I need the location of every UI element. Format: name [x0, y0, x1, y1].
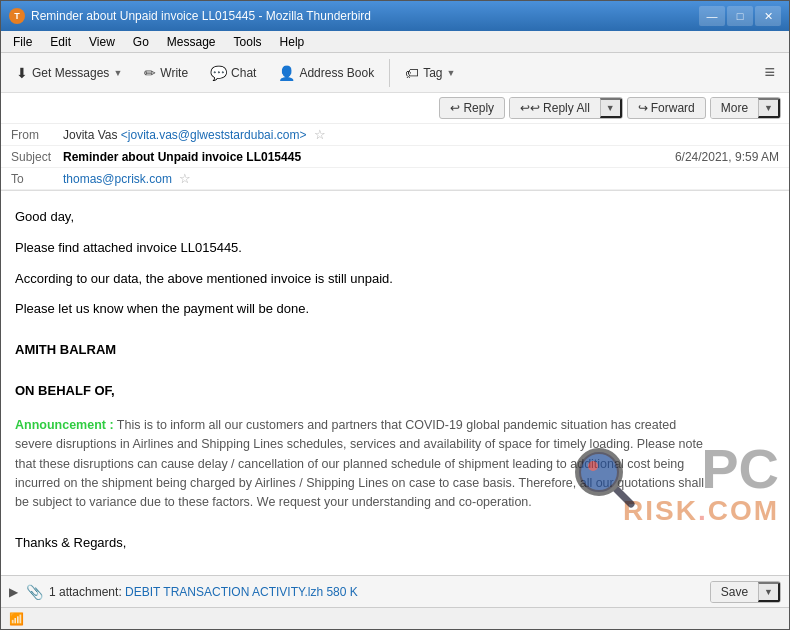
- hamburger-menu-icon[interactable]: ≡: [756, 58, 783, 87]
- menu-message[interactable]: Message: [159, 33, 224, 51]
- message-body-container[interactable]: Good day, Please find attached invoice L…: [1, 191, 789, 575]
- attachment-filename: DEBIT TRANSACTION ACTIVITY.lzh 580 K: [125, 585, 358, 599]
- more-dropdown-button[interactable]: ▼: [758, 98, 780, 118]
- reply-all-icon: ↩↩: [520, 101, 540, 115]
- main-toolbar: ⬇ Get Messages ▼ ✏ Write 💬 Chat 👤 Addres…: [1, 53, 789, 93]
- menu-view[interactable]: View: [81, 33, 123, 51]
- get-messages-label: Get Messages: [32, 66, 109, 80]
- tag-dropdown-icon: ▼: [447, 68, 456, 78]
- address-book-label: Address Book: [299, 66, 374, 80]
- attachment-count: 1 attachment:: [49, 585, 122, 599]
- more-label: More: [721, 101, 748, 115]
- from-field: From Jovita Vas <jovita.vas@glweststardu…: [1, 124, 789, 146]
- message-header: ↩ Reply ↩↩ Reply All ▼ ↪ Forward More ▼: [1, 93, 789, 191]
- address-book-icon: 👤: [278, 65, 295, 81]
- maximize-button[interactable]: □: [727, 6, 753, 26]
- from-value: Jovita Vas <jovita.vas@glweststardubai.c…: [63, 127, 779, 142]
- more-button[interactable]: More: [711, 98, 758, 118]
- chat-button[interactable]: 💬 Chat: [201, 60, 265, 86]
- attachment-text: 1 attachment: DEBIT TRANSACTION ACTIVITY…: [49, 585, 704, 599]
- menu-go[interactable]: Go: [125, 33, 157, 51]
- menu-bar: File Edit View Go Message Tools Help: [1, 31, 789, 53]
- to-label: To: [11, 172, 63, 186]
- from-name: Jovita Vas: [63, 128, 117, 142]
- forward-icon: ↪: [638, 101, 648, 115]
- tag-button[interactable]: 🏷 Tag ▼: [396, 60, 464, 86]
- to-star-icon[interactable]: ☆: [179, 171, 191, 186]
- reply-label: Reply: [463, 101, 494, 115]
- announcement: Announcement : This is to inform all our…: [15, 416, 705, 513]
- reply-all-split-button: ↩↩ Reply All ▼: [509, 97, 623, 119]
- main-window: T Reminder about Unpaid invoice LL015445…: [0, 0, 790, 630]
- write-icon: ✏: [144, 65, 156, 81]
- tag-icon: 🏷: [405, 65, 419, 81]
- menu-edit[interactable]: Edit: [42, 33, 79, 51]
- date-value: 6/24/2021, 9:59 AM: [675, 150, 779, 164]
- reply-all-dropdown-button[interactable]: ▼: [600, 98, 622, 118]
- from-label: From: [11, 128, 63, 142]
- subject-label: Subject: [11, 150, 63, 164]
- subject-field: Subject Reminder about Unpaid invoice LL…: [1, 146, 789, 168]
- toolbar-separator: [389, 59, 390, 87]
- app-icon: T: [9, 8, 25, 24]
- subject-value: Reminder about Unpaid invoice LL015445: [63, 150, 675, 164]
- write-button[interactable]: ✏ Write: [135, 60, 197, 86]
- to-field: To thomas@pcrisk.com ☆: [1, 168, 789, 190]
- from-star-icon[interactable]: ☆: [314, 127, 326, 142]
- body-para3: Please let us know when the payment will…: [15, 299, 705, 320]
- save-button[interactable]: Save: [711, 582, 758, 602]
- write-label: Write: [160, 66, 188, 80]
- sig-line1: AMITH BALRAM: [15, 340, 705, 361]
- wifi-icon: 📶: [9, 612, 24, 626]
- reply-all-button[interactable]: ↩↩ Reply All: [510, 98, 600, 118]
- tag-label: Tag: [423, 66, 442, 80]
- body-para1: Please find attached invoice LL015445.: [15, 238, 705, 259]
- more-split-button: More ▼: [710, 97, 781, 119]
- window-controls: — □ ✕: [699, 6, 781, 26]
- reply-all-label: Reply All: [543, 101, 590, 115]
- window-title: Reminder about Unpaid invoice LL015445 -…: [31, 9, 699, 23]
- attachment-bar: ▶ 📎 1 attachment: DEBIT TRANSACTION ACTI…: [1, 575, 789, 607]
- forward-button[interactable]: ↪ Forward: [627, 97, 706, 119]
- to-email: thomas@pcrisk.com: [63, 172, 172, 186]
- announcement-label: Announcement :: [15, 418, 114, 432]
- menu-tools[interactable]: Tools: [226, 33, 270, 51]
- get-messages-icon: ⬇: [16, 65, 28, 81]
- message-action-toolbar: ↩ Reply ↩↩ Reply All ▼ ↪ Forward More ▼: [1, 93, 789, 124]
- get-messages-button[interactable]: ⬇ Get Messages ▼: [7, 60, 131, 86]
- from-email: <jovita.vas@glweststardubai.com>: [121, 128, 307, 142]
- address-book-button[interactable]: 👤 Address Book: [269, 60, 383, 86]
- save-split-button: Save ▼: [710, 581, 781, 603]
- chat-label: Chat: [231, 66, 256, 80]
- get-messages-dropdown-icon: ▼: [113, 68, 122, 78]
- minimize-button[interactable]: —: [699, 6, 725, 26]
- save-dropdown-button[interactable]: ▼: [758, 582, 780, 602]
- message-body: Good day, Please find attached invoice L…: [1, 191, 721, 575]
- thanks: Thanks & Regards,: [15, 533, 705, 554]
- title-bar: T Reminder about Unpaid invoice LL015445…: [1, 1, 789, 31]
- body-para2: According to our data, the above mention…: [15, 269, 705, 290]
- reply-icon: ↩: [450, 101, 460, 115]
- attachment-icon: 📎: [26, 584, 43, 600]
- menu-file[interactable]: File: [5, 33, 40, 51]
- attachment-expand-icon[interactable]: ▶: [9, 585, 18, 599]
- announcement-text: This is to inform all our customers and …: [15, 418, 704, 510]
- forward-label: Forward: [651, 101, 695, 115]
- sig-line2: ON BEHALF OF,: [15, 381, 705, 402]
- menu-help[interactable]: Help: [272, 33, 313, 51]
- greeting: Good day,: [15, 207, 705, 228]
- reply-button[interactable]: ↩ Reply: [439, 97, 505, 119]
- to-value: thomas@pcrisk.com ☆: [63, 171, 779, 186]
- status-bar: 📶: [1, 607, 789, 629]
- close-button[interactable]: ✕: [755, 6, 781, 26]
- chat-icon: 💬: [210, 65, 227, 81]
